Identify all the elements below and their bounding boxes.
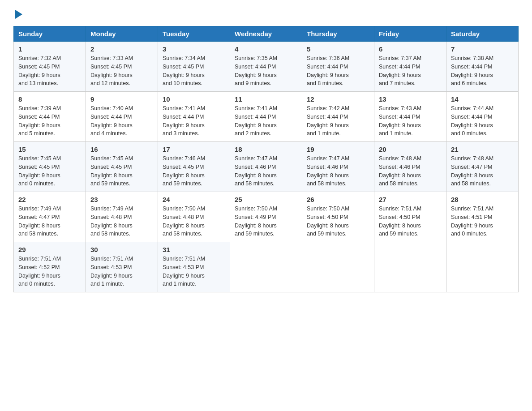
calendar-cell: 21 Sunrise: 7:48 AMSunset: 4:47 PMDaylig… — [446, 142, 519, 192]
day-info: Sunrise: 7:47 AMSunset: 4:46 PMDaylight:… — [307, 154, 369, 188]
day-info: Sunrise: 7:34 AMSunset: 4:45 PMDaylight:… — [163, 54, 225, 88]
day-info: Sunrise: 7:43 AMSunset: 4:44 PMDaylight:… — [379, 104, 442, 138]
day-info: Sunrise: 7:50 AMSunset: 4:49 PMDaylight:… — [235, 205, 297, 238]
calendar-cell — [230, 242, 302, 292]
day-number: 7 — [451, 45, 514, 53]
calendar-cell: 16 Sunrise: 7:45 AMSunset: 4:45 PMDaylig… — [86, 142, 158, 192]
calendar-cell: 10 Sunrise: 7:41 AMSunset: 4:44 PMDaylig… — [158, 92, 230, 142]
day-info: Sunrise: 7:40 AMSunset: 4:44 PMDaylight:… — [90, 104, 153, 138]
calendar-cell: 18 Sunrise: 7:47 AMSunset: 4:46 PMDaylig… — [230, 142, 302, 192]
logo-arrow-icon — [15, 10, 22, 19]
calendar-cell: 19 Sunrise: 7:47 AMSunset: 4:46 PMDaylig… — [302, 142, 374, 192]
calendar-cell: 23 Sunrise: 7:49 AMSunset: 4:48 PMDaylig… — [86, 192, 158, 242]
calendar-cell: 14 Sunrise: 7:44 AMSunset: 4:44 PMDaylig… — [446, 92, 519, 142]
day-info: Sunrise: 7:51 AMSunset: 4:53 PMDaylight:… — [90, 255, 153, 288]
day-number: 2 — [90, 45, 153, 53]
column-header-sunday: Sunday — [14, 26, 86, 42]
day-number: 21 — [451, 146, 514, 153]
day-info: Sunrise: 7:51 AMSunset: 4:53 PMDaylight:… — [163, 255, 225, 288]
day-number: 18 — [235, 146, 297, 153]
day-info: Sunrise: 7:50 AMSunset: 4:50 PMDaylight:… — [307, 205, 369, 238]
day-number: 8 — [18, 95, 81, 103]
column-header-monday: Monday — [86, 26, 158, 42]
day-number: 29 — [18, 246, 81, 253]
day-number: 26 — [307, 196, 369, 203]
calendar-cell: 24 Sunrise: 7:50 AMSunset: 4:48 PMDaylig… — [158, 192, 230, 242]
day-info: Sunrise: 7:44 AMSunset: 4:44 PMDaylight:… — [451, 104, 514, 138]
calendar-cell: 11 Sunrise: 7:41 AMSunset: 4:44 PMDaylig… — [230, 92, 302, 142]
day-number: 4 — [235, 45, 297, 53]
calendar-cell: 2 Sunrise: 7:33 AMSunset: 4:45 PMDayligh… — [86, 42, 158, 92]
day-info: Sunrise: 7:41 AMSunset: 4:44 PMDaylight:… — [235, 104, 297, 138]
day-number: 31 — [163, 246, 225, 253]
page-header — [13, 9, 519, 17]
calendar-cell: 9 Sunrise: 7:40 AMSunset: 4:44 PMDayligh… — [86, 92, 158, 142]
day-info: Sunrise: 7:33 AMSunset: 4:45 PMDaylight:… — [90, 54, 153, 88]
day-number: 19 — [307, 146, 369, 153]
calendar-cell: 29 Sunrise: 7:51 AMSunset: 4:52 PMDaylig… — [14, 242, 86, 292]
day-number: 15 — [18, 146, 81, 153]
day-info: Sunrise: 7:48 AMSunset: 4:46 PMDaylight:… — [379, 154, 442, 188]
day-number: 11 — [235, 95, 297, 103]
calendar-cell — [302, 242, 374, 292]
calendar-cell: 22 Sunrise: 7:49 AMSunset: 4:47 PMDaylig… — [14, 192, 86, 242]
calendar-week-row: 15 Sunrise: 7:45 AMSunset: 4:45 PMDaylig… — [14, 142, 519, 192]
calendar-cell: 3 Sunrise: 7:34 AMSunset: 4:45 PMDayligh… — [158, 42, 230, 92]
calendar-cell: 5 Sunrise: 7:36 AMSunset: 4:44 PMDayligh… — [302, 42, 374, 92]
calendar-cell: 30 Sunrise: 7:51 AMSunset: 4:53 PMDaylig… — [86, 242, 158, 292]
day-info: Sunrise: 7:32 AMSunset: 4:45 PMDaylight:… — [18, 54, 81, 88]
calendar-cell: 13 Sunrise: 7:43 AMSunset: 4:44 PMDaylig… — [374, 92, 446, 142]
day-info: Sunrise: 7:45 AMSunset: 4:45 PMDaylight:… — [90, 154, 153, 188]
day-number: 28 — [451, 196, 514, 203]
day-number: 17 — [163, 146, 225, 153]
day-info: Sunrise: 7:48 AMSunset: 4:47 PMDaylight:… — [451, 154, 514, 188]
day-number: 12 — [307, 95, 369, 103]
day-number: 22 — [18, 196, 81, 203]
day-number: 25 — [235, 196, 297, 203]
calendar-week-row: 8 Sunrise: 7:39 AMSunset: 4:44 PMDayligh… — [14, 92, 519, 142]
calendar-cell: 7 Sunrise: 7:38 AMSunset: 4:44 PMDayligh… — [446, 42, 519, 92]
day-info: Sunrise: 7:45 AMSunset: 4:45 PMDaylight:… — [18, 154, 81, 188]
calendar-cell: 17 Sunrise: 7:46 AMSunset: 4:45 PMDaylig… — [158, 142, 230, 192]
day-info: Sunrise: 7:51 AMSunset: 4:50 PMDaylight:… — [379, 205, 442, 238]
day-info: Sunrise: 7:49 AMSunset: 4:48 PMDaylight:… — [90, 205, 153, 238]
day-info: Sunrise: 7:51 AMSunset: 4:51 PMDaylight:… — [451, 205, 514, 238]
day-info: Sunrise: 7:46 AMSunset: 4:45 PMDaylight:… — [163, 154, 225, 188]
day-number: 5 — [307, 45, 369, 53]
calendar-cell: 6 Sunrise: 7:37 AMSunset: 4:44 PMDayligh… — [374, 42, 446, 92]
calendar-table: SundayMondayTuesdayWednesdayThursdayFrid… — [13, 26, 519, 292]
day-info: Sunrise: 7:37 AMSunset: 4:44 PMDaylight:… — [379, 54, 442, 88]
logo — [13, 9, 22, 17]
day-number: 14 — [451, 95, 514, 103]
day-info: Sunrise: 7:47 AMSunset: 4:46 PMDaylight:… — [235, 154, 297, 188]
day-number: 16 — [90, 146, 153, 153]
day-number: 20 — [379, 146, 442, 153]
day-info: Sunrise: 7:51 AMSunset: 4:52 PMDaylight:… — [18, 255, 81, 288]
day-number: 13 — [379, 95, 442, 103]
day-info: Sunrise: 7:49 AMSunset: 4:47 PMDaylight:… — [18, 205, 81, 238]
calendar-week-row: 1 Sunrise: 7:32 AMSunset: 4:45 PMDayligh… — [14, 42, 519, 92]
calendar-cell — [374, 242, 446, 292]
day-info: Sunrise: 7:36 AMSunset: 4:44 PMDaylight:… — [307, 54, 369, 88]
calendar-cell: 1 Sunrise: 7:32 AMSunset: 4:45 PMDayligh… — [14, 42, 86, 92]
day-number: 6 — [379, 45, 442, 53]
day-number: 10 — [163, 95, 225, 103]
day-info: Sunrise: 7:39 AMSunset: 4:44 PMDaylight:… — [18, 104, 81, 138]
day-info: Sunrise: 7:38 AMSunset: 4:44 PMDaylight:… — [451, 54, 514, 88]
day-info: Sunrise: 7:41 AMSunset: 4:44 PMDaylight:… — [163, 104, 225, 138]
calendar-cell: 28 Sunrise: 7:51 AMSunset: 4:51 PMDaylig… — [446, 192, 519, 242]
calendar-cell: 27 Sunrise: 7:51 AMSunset: 4:50 PMDaylig… — [374, 192, 446, 242]
column-header-tuesday: Tuesday — [158, 26, 230, 42]
calendar-cell: 8 Sunrise: 7:39 AMSunset: 4:44 PMDayligh… — [14, 92, 86, 142]
day-number: 9 — [90, 95, 153, 103]
calendar-header-row: SundayMondayTuesdayWednesdayThursdayFrid… — [14, 26, 519, 42]
day-info: Sunrise: 7:42 AMSunset: 4:44 PMDaylight:… — [307, 104, 369, 138]
column-header-thursday: Thursday — [302, 26, 374, 42]
column-header-friday: Friday — [374, 26, 446, 42]
column-header-wednesday: Wednesday — [230, 26, 302, 42]
day-number: 24 — [163, 196, 225, 203]
calendar-week-row: 29 Sunrise: 7:51 AMSunset: 4:52 PMDaylig… — [14, 242, 519, 292]
calendar-cell: 31 Sunrise: 7:51 AMSunset: 4:53 PMDaylig… — [158, 242, 230, 292]
calendar-cell: 15 Sunrise: 7:45 AMSunset: 4:45 PMDaylig… — [14, 142, 86, 192]
calendar-cell: 25 Sunrise: 7:50 AMSunset: 4:49 PMDaylig… — [230, 192, 302, 242]
